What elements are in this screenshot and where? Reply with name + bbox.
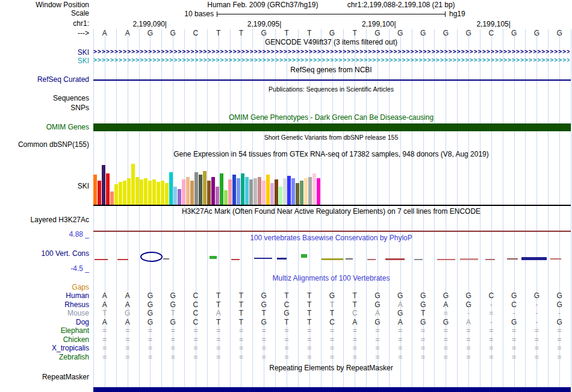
repeatmasker-track-header[interactable]: Repeating Elements by RepeatMasker <box>93 364 569 372</box>
gtex-expression-bar[interactable] <box>186 177 190 205</box>
species-label-chicken[interactable]: Chicken <box>0 336 89 344</box>
track-label-layered-h3k27ac[interactable]: Layered H3K27Ac <box>0 216 89 224</box>
track-label-gaps[interactable]: Gaps <box>0 284 89 291</box>
bottom-track-bar[interactable] <box>93 387 571 392</box>
gtex-expression-bar[interactable] <box>287 176 291 205</box>
gtex-expression-bar[interactable] <box>279 187 282 205</box>
alignment-base: G <box>261 292 267 300</box>
multiz-track-header[interactable]: Multiz Alignments of 100 Vertebrates <box>93 275 569 282</box>
gtex-expression-bar[interactable] <box>296 183 299 205</box>
gtex-expression-bar[interactable] <box>270 183 274 205</box>
gtex-expression-bar[interactable] <box>173 187 177 205</box>
gtex-expression-bar[interactable] <box>300 181 303 205</box>
track-label-ski-gtex[interactable]: SKI <box>0 182 89 190</box>
ski-transcript-arrows-2[interactable]: >>>>>>>>>>>>>>>>>>>>>>>>>>>>>>>>>>>>>>>>… <box>93 57 570 64</box>
gtex-expression-bar[interactable] <box>220 173 223 205</box>
track-label-omim-genes[interactable]: OMIM Genes <box>0 123 89 131</box>
reference-base: G <box>556 30 562 37</box>
species-label-elephant[interactable]: Elephant <box>0 327 89 335</box>
gtex-expression-bar[interactable] <box>253 178 257 205</box>
gtex-expression-bar[interactable] <box>275 179 278 205</box>
gtex-expression-bar[interactable] <box>110 191 114 205</box>
gtex-expression-bar[interactable] <box>190 181 194 205</box>
gtex-expression-bar[interactable] <box>194 172 198 205</box>
gtex-expression-bar[interactable] <box>127 178 131 205</box>
species-label-mouse[interactable]: Mouse <box>0 310 89 317</box>
gtex-expression-bar[interactable] <box>304 178 308 205</box>
gtex-expression-bar[interactable] <box>144 178 148 205</box>
gtex-expression-bar[interactable] <box>93 175 97 205</box>
alignment-base: = <box>512 327 516 335</box>
species-label-x_tropicalis[interactable]: X_tropicalis <box>0 344 89 352</box>
gtex-expression-bar[interactable] <box>262 181 266 205</box>
gtex-expression-bar[interactable] <box>224 190 228 205</box>
gencode-track-header[interactable]: GENCODE V49lift37 (3 items filtered out) <box>93 39 569 46</box>
gtex-expression-bar[interactable] <box>148 181 152 205</box>
gtex-expression-bar[interactable] <box>135 177 139 205</box>
species-label-zebrafish[interactable]: Zebrafish <box>0 353 89 361</box>
h3k27ac-track-header[interactable]: H3K27Ac Mark (Often Found Near Active Re… <box>93 208 569 216</box>
track-label-snps[interactable]: SNPs <box>0 104 89 112</box>
gtex-expression-bar[interactable] <box>312 173 316 205</box>
omim-gene-bar[interactable] <box>93 123 571 131</box>
track-label-100-vert-cons[interactable]: 100 Vert. Cons <box>0 250 89 258</box>
track-label-sequences[interactable]: Sequences <box>0 95 89 102</box>
gtex-expression-bar[interactable] <box>283 178 287 205</box>
track-label-ski-gencode-1[interactable]: SKI <box>0 49 89 57</box>
gtex-expression-bar[interactable] <box>211 177 215 205</box>
h3k27ac-signal-line[interactable] <box>93 231 571 232</box>
alignment-base: = <box>102 336 107 344</box>
species-label-human[interactable]: Human <box>0 292 89 300</box>
refseq-track-header[interactable]: RefSeq genes from NCBI <box>93 66 569 74</box>
gtex-expression-bar[interactable] <box>169 172 173 205</box>
gtex-expression-bar[interactable] <box>249 179 253 205</box>
gtex-expression-bar[interactable] <box>182 179 185 205</box>
gtex-expression-bar[interactable] <box>106 173 110 205</box>
gtex-expression-bar[interactable] <box>102 165 105 205</box>
gtex-expression-bar[interactable] <box>258 177 261 205</box>
gtex-expression-bar[interactable] <box>241 173 244 205</box>
gtex-expression-bar[interactable] <box>114 184 118 205</box>
track-label-common-dbsnp[interactable]: Common dbSNP(155) <box>0 141 89 149</box>
scale-bar-right-tick <box>445 11 446 17</box>
publications-track-header[interactable]: Publications: Sequences in Scientific Ar… <box>93 86 569 93</box>
species-label-rhesus[interactable]: Rhesus <box>0 301 89 309</box>
gtex-expression-bar[interactable] <box>207 181 211 205</box>
gtex-expression-bar[interactable] <box>98 181 101 205</box>
gtex-expression-bar[interactable] <box>157 182 160 205</box>
gtex-expression-bar[interactable] <box>123 181 126 205</box>
gtex-expression-bar[interactable] <box>140 179 143 205</box>
gtex-expression-bar[interactable] <box>245 177 249 205</box>
gtex-expression-bar[interactable] <box>291 178 295 205</box>
gtex-track-header[interactable]: Gene Expression in 54 tissues from GTEx … <box>93 151 569 158</box>
alignment-base: = <box>239 344 243 352</box>
track-label-repeatmasker[interactable]: RepeatMasker <box>0 373 89 381</box>
phylop-track-header[interactable]: 100 vertebrates Basewise Conservation by… <box>93 234 569 242</box>
refseq-gene-line[interactable] <box>93 79 571 81</box>
ski-transcript-arrows-1[interactable]: >>>>>>>>>>>>>>>>>>>>>>>>>>>>>>>>>>>>>>>>… <box>93 48 570 56</box>
gtex-expression-bar[interactable] <box>232 175 236 205</box>
gtex-expression-bar[interactable] <box>161 181 164 205</box>
gtex-expression-bar[interactable] <box>199 175 202 205</box>
alignment-base: = <box>239 327 243 335</box>
track-label-refseq-curated[interactable]: RefSeq Curated <box>0 76 89 84</box>
alignment-base: = <box>193 344 197 352</box>
track-label-ski-gencode-2[interactable]: SKI <box>0 57 89 65</box>
gtex-expression-bar[interactable] <box>119 182 122 205</box>
gtex-expression-bar[interactable] <box>317 178 320 205</box>
gtex-expression-bar[interactable] <box>228 179 232 205</box>
dbsnp-track-header[interactable]: Short Genetic Variants from dbSNP releas… <box>93 134 569 142</box>
gtex-expression-bar[interactable] <box>216 187 219 205</box>
gtex-expression-bar[interactable] <box>308 177 312 205</box>
gtex-expression-bar[interactable] <box>266 175 270 205</box>
omim-track-header[interactable]: OMIM Gene Phenotypes - Dark Green Can Be… <box>93 114 569 122</box>
alignment-base: T <box>284 319 288 326</box>
gtex-expression-bar[interactable] <box>165 183 169 205</box>
species-label-dog[interactable]: Dog <box>0 319 89 326</box>
gtex-expression-bar[interactable] <box>237 178 240 205</box>
position-title: Human Feb. 2009 (GRCh37/hg19) chr1:2,199… <box>93 1 569 9</box>
gtex-expression-bar[interactable] <box>152 179 156 205</box>
gtex-expression-bar[interactable] <box>131 164 135 205</box>
gtex-expression-bar[interactable] <box>203 171 207 205</box>
gtex-expression-bar[interactable] <box>178 189 181 205</box>
